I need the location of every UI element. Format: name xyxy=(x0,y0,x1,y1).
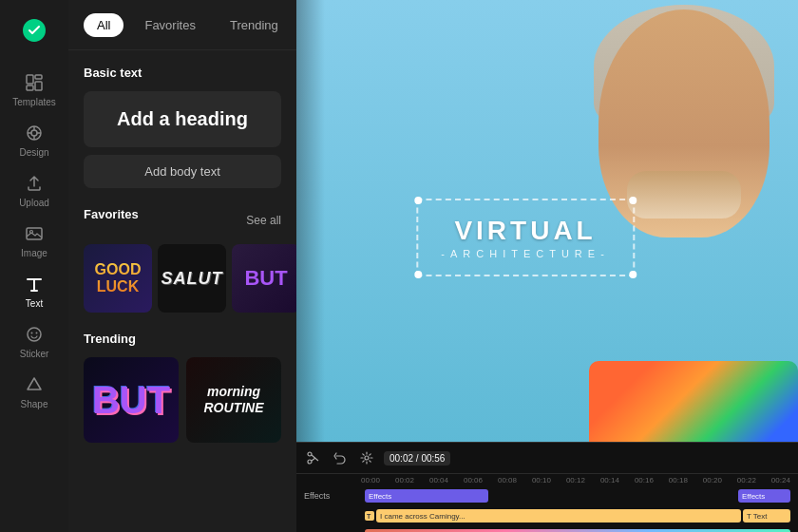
svg-point-13 xyxy=(31,332,33,334)
svg-rect-2 xyxy=(35,82,42,90)
image-label: Image xyxy=(21,248,48,258)
trending-row: BUT morningROUTINE xyxy=(84,357,281,443)
timeline: 00:02 / 00:56 00:00 00:02 00:04 00:06 00… xyxy=(296,442,798,532)
svg-point-19 xyxy=(365,456,369,460)
logo-button[interactable] xyxy=(15,11,53,49)
sidebar-item-sticker[interactable]: Sticker xyxy=(4,316,65,367)
timecode-display: 00:02 / 00:56 xyxy=(384,451,450,466)
effects-track-content[interactable]: Effects Effects xyxy=(365,489,790,503)
timeline-undo-button[interactable] xyxy=(331,448,350,467)
trending-title: Trending xyxy=(84,332,281,346)
text-seg-1[interactable]: I came across Camingy... xyxy=(376,509,741,522)
good-luck-text: GOODLUCK xyxy=(95,261,142,294)
sidebar-item-image[interactable]: Image xyxy=(4,216,65,266)
tab-trending[interactable]: Trending xyxy=(217,13,292,37)
tab-favorites[interactable]: Favorites xyxy=(131,13,208,37)
templates-icon xyxy=(24,72,45,93)
favorites-header: Favorites See all xyxy=(84,207,281,233)
virtual-subtitle: -ARCHITECTURE- xyxy=(441,248,610,259)
svg-rect-3 xyxy=(27,86,33,90)
sidebar-item-upload[interactable]: Upload xyxy=(4,165,65,216)
template-salut[interactable]: SALUT xyxy=(158,244,226,313)
text-seg-2[interactable]: T Text xyxy=(743,509,790,522)
svg-rect-10 xyxy=(27,228,42,239)
text-icon xyxy=(24,274,45,294)
svg-point-5 xyxy=(31,130,37,136)
canvas-area: VIRTUAL -ARCHITECTURE- xyxy=(296,0,798,532)
effects-seg-2[interactable]: Effects xyxy=(738,489,790,503)
sidebar-item-design[interactable]: Design xyxy=(4,115,65,165)
svg-point-16 xyxy=(308,460,312,464)
canvas-background[interactable]: VIRTUAL -ARCHITECTURE- xyxy=(296,0,798,475)
shape-label: Shape xyxy=(21,399,48,409)
app-container: Templates Design xyxy=(0,0,798,532)
sidebar-item-text[interactable]: Text xyxy=(4,266,65,316)
favorites-row: GOODLUCK SALUT BUT › xyxy=(84,244,281,313)
track-video xyxy=(296,527,798,532)
text-label: Text xyxy=(26,298,43,309)
virtual-architecture-overlay[interactable]: VIRTUAL -ARCHITECTURE- xyxy=(416,199,635,276)
text-panel: All Favorites Trending Basic text Add a … xyxy=(68,0,296,532)
panel-tabs: All Favorites Trending xyxy=(68,0,296,50)
trending-but-text: BUT xyxy=(92,379,170,422)
add-body-button[interactable]: Add body text xyxy=(84,155,281,188)
virtual-title: VIRTUAL xyxy=(441,216,610,246)
svg-line-18 xyxy=(312,458,315,461)
upload-label: Upload xyxy=(19,198,49,208)
corner-br xyxy=(629,271,636,278)
but-text: BUT xyxy=(244,266,287,291)
svg-point-14 xyxy=(36,332,38,334)
basic-text-title: Basic text xyxy=(84,66,281,80)
template-but[interactable]: BUT xyxy=(232,244,296,313)
see-all-link[interactable]: See all xyxy=(246,214,281,227)
timeline-controls: 00:02 / 00:56 xyxy=(296,443,798,474)
track-effects: Effects Effects Effects xyxy=(296,487,798,504)
salut-text: SALUT xyxy=(162,269,223,289)
effects-seg-1[interactable]: Effects xyxy=(365,489,488,503)
trending-morning-text: morningROUTINE xyxy=(204,384,264,416)
text-track-content[interactable]: T I came across Camingy... T Text xyxy=(365,509,790,522)
sidebar-item-templates[interactable]: Templates xyxy=(4,65,65,115)
svg-rect-0 xyxy=(27,75,33,84)
svg-rect-1 xyxy=(35,75,42,79)
sticker-label: Sticker xyxy=(20,349,49,359)
upload-icon xyxy=(24,173,45,194)
trending-but-item[interactable]: BUT xyxy=(84,357,179,443)
design-icon xyxy=(24,123,45,143)
timeline-scissors-button[interactable] xyxy=(304,448,323,467)
templates-label: Templates xyxy=(12,97,56,107)
corner-bl xyxy=(414,271,422,278)
corner-tr xyxy=(629,197,636,204)
image-icon xyxy=(24,223,45,244)
sticker-icon xyxy=(24,324,45,345)
favorites-title: Favorites xyxy=(84,207,139,221)
sidebar: Templates Design xyxy=(0,0,68,532)
add-heading-button[interactable]: Add a heading xyxy=(84,91,281,147)
shape-icon xyxy=(24,374,45,395)
template-good-luck[interactable]: GOODLUCK xyxy=(84,244,152,313)
svg-point-12 xyxy=(28,328,41,341)
corner-tl xyxy=(414,197,422,204)
design-label: Design xyxy=(19,147,48,158)
svg-text:T: T xyxy=(367,513,371,520)
effects-track-label: Effects xyxy=(304,491,361,501)
tab-all[interactable]: All xyxy=(84,13,124,37)
trending-morning-item[interactable]: morningROUTINE xyxy=(186,357,281,443)
sidebar-item-shape[interactable]: Shape xyxy=(4,367,65,417)
timeline-settings-button[interactable] xyxy=(357,448,376,467)
track-text: T I came across Camingy... T Text xyxy=(296,507,798,524)
panel-content: Basic text Add a heading Add body text F… xyxy=(68,50,296,532)
svg-point-15 xyxy=(308,452,312,456)
